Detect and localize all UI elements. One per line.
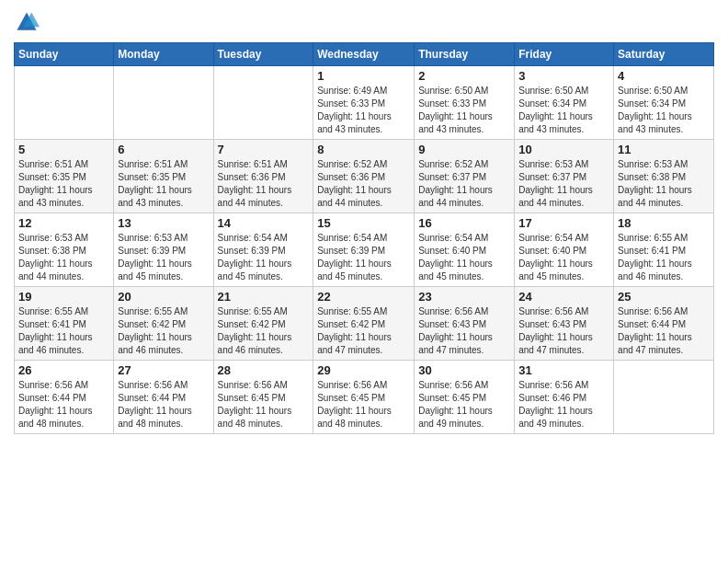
day-number: 29	[317, 363, 410, 377]
day-info: Sunrise: 6:53 AMSunset: 6:38 PMDaylight:…	[18, 232, 109, 283]
calendar-cell: 5Sunrise: 6:51 AMSunset: 6:35 PMDaylight…	[15, 140, 114, 213]
day-info: Sunrise: 6:54 AMSunset: 6:39 PMDaylight:…	[317, 232, 410, 283]
day-info: Sunrise: 6:55 AMSunset: 6:42 PMDaylight:…	[218, 305, 310, 357]
weekday-header-row: SundayMondayTuesdayWednesdayThursdayFrid…	[15, 43, 714, 66]
day-info: Sunrise: 6:51 AMSunset: 6:35 PMDaylight:…	[118, 158, 209, 210]
calendar-cell: 22Sunrise: 6:55 AMSunset: 6:42 PMDayligh…	[313, 287, 415, 361]
day-info: Sunrise: 6:56 AMSunset: 6:44 PMDaylight:…	[18, 379, 109, 431]
day-info: Sunrise: 6:53 AMSunset: 6:39 PMDaylight:…	[118, 232, 209, 283]
day-number: 23	[418, 290, 510, 304]
day-info: Sunrise: 6:55 AMSunset: 6:42 PMDaylight:…	[317, 305, 410, 357]
day-info: Sunrise: 6:56 AMSunset: 6:43 PMDaylight:…	[518, 305, 609, 357]
day-info: Sunrise: 6:56 AMSunset: 6:46 PMDaylight:…	[518, 379, 609, 431]
day-info: Sunrise: 6:52 AMSunset: 6:36 PMDaylight:…	[317, 158, 410, 210]
day-number: 31	[518, 363, 609, 377]
day-number: 14	[218, 216, 310, 230]
weekday-header-friday: Friday	[515, 43, 614, 66]
day-info: Sunrise: 6:55 AMSunset: 6:41 PMDaylight:…	[618, 232, 710, 283]
calendar-week-1: 1Sunrise: 6:49 AMSunset: 6:33 PMDaylight…	[15, 66, 714, 140]
day-number: 12	[18, 216, 109, 230]
calendar-cell: 15Sunrise: 6:54 AMSunset: 6:39 PMDayligh…	[313, 213, 415, 287]
calendar-cell: 7Sunrise: 6:51 AMSunset: 6:36 PMDaylight…	[213, 140, 313, 213]
calendar-cell	[114, 66, 213, 140]
calendar-cell: 11Sunrise: 6:53 AMSunset: 6:38 PMDayligh…	[614, 140, 714, 213]
calendar-cell: 14Sunrise: 6:54 AMSunset: 6:39 PMDayligh…	[213, 213, 313, 287]
day-info: Sunrise: 6:56 AMSunset: 6:44 PMDaylight:…	[618, 305, 710, 357]
day-info: Sunrise: 6:56 AMSunset: 6:44 PMDaylight:…	[118, 379, 209, 431]
day-info: Sunrise: 6:56 AMSunset: 6:43 PMDaylight:…	[418, 305, 510, 357]
calendar: SundayMondayTuesdayWednesdayThursdayFrid…	[14, 42, 714, 434]
day-info: Sunrise: 6:50 AMSunset: 6:34 PMDaylight:…	[618, 85, 710, 136]
calendar-cell: 20Sunrise: 6:55 AMSunset: 6:42 PMDayligh…	[114, 287, 213, 361]
day-info: Sunrise: 6:54 AMSunset: 6:40 PMDaylight:…	[418, 232, 510, 283]
calendar-cell: 8Sunrise: 6:52 AMSunset: 6:36 PMDaylight…	[313, 140, 415, 213]
day-number: 18	[618, 216, 710, 230]
calendar-cell: 3Sunrise: 6:50 AMSunset: 6:34 PMDaylight…	[515, 66, 614, 140]
calendar-week-2: 5Sunrise: 6:51 AMSunset: 6:35 PMDaylight…	[15, 140, 714, 213]
day-info: Sunrise: 6:56 AMSunset: 6:45 PMDaylight:…	[418, 379, 510, 431]
day-info: Sunrise: 6:51 AMSunset: 6:35 PMDaylight:…	[18, 158, 109, 210]
day-info: Sunrise: 6:56 AMSunset: 6:45 PMDaylight:…	[218, 379, 310, 431]
calendar-cell: 12Sunrise: 6:53 AMSunset: 6:38 PMDayligh…	[15, 213, 114, 287]
day-number: 10	[518, 143, 609, 156]
day-number: 8	[317, 143, 410, 156]
day-info: Sunrise: 6:55 AMSunset: 6:41 PMDaylight:…	[18, 305, 109, 357]
day-number: 28	[218, 363, 310, 377]
calendar-cell: 29Sunrise: 6:56 AMSunset: 6:45 PMDayligh…	[313, 361, 415, 434]
day-info: Sunrise: 6:53 AMSunset: 6:37 PMDaylight:…	[518, 158, 609, 210]
day-number: 9	[418, 143, 510, 156]
calendar-cell: 18Sunrise: 6:55 AMSunset: 6:41 PMDayligh…	[614, 213, 714, 287]
page: SundayMondayTuesdayWednesdayThursdayFrid…	[0, 0, 728, 563]
day-number: 16	[418, 216, 510, 230]
calendar-cell: 23Sunrise: 6:56 AMSunset: 6:43 PMDayligh…	[415, 287, 515, 361]
calendar-cell	[614, 361, 714, 434]
day-number: 30	[418, 363, 510, 377]
day-number: 2	[418, 69, 510, 83]
calendar-cell: 16Sunrise: 6:54 AMSunset: 6:40 PMDayligh…	[415, 213, 515, 287]
day-number: 17	[518, 216, 609, 230]
calendar-cell: 13Sunrise: 6:53 AMSunset: 6:39 PMDayligh…	[114, 213, 213, 287]
day-number: 26	[18, 363, 109, 377]
logo-icon	[14, 9, 40, 35]
day-number: 19	[18, 290, 109, 304]
day-info: Sunrise: 6:56 AMSunset: 6:45 PMDaylight:…	[317, 379, 410, 431]
day-info: Sunrise: 6:49 AMSunset: 6:33 PMDaylight:…	[317, 85, 410, 136]
day-number: 15	[317, 216, 410, 230]
weekday-header-sunday: Sunday	[15, 43, 114, 66]
calendar-cell: 27Sunrise: 6:56 AMSunset: 6:44 PMDayligh…	[114, 361, 213, 434]
day-number: 3	[518, 69, 609, 83]
day-number: 6	[118, 143, 209, 156]
header	[14, 9, 714, 35]
calendar-cell: 24Sunrise: 6:56 AMSunset: 6:43 PMDayligh…	[515, 287, 614, 361]
day-number: 24	[518, 290, 609, 304]
calendar-cell: 6Sunrise: 6:51 AMSunset: 6:35 PMDaylight…	[114, 140, 213, 213]
day-info: Sunrise: 6:50 AMSunset: 6:34 PMDaylight:…	[518, 85, 609, 136]
day-number: 20	[118, 290, 209, 304]
day-info: Sunrise: 6:51 AMSunset: 6:36 PMDaylight:…	[218, 158, 310, 210]
weekday-header-tuesday: Tuesday	[213, 43, 313, 66]
day-info: Sunrise: 6:54 AMSunset: 6:39 PMDaylight:…	[218, 232, 310, 283]
calendar-cell: 19Sunrise: 6:55 AMSunset: 6:41 PMDayligh…	[15, 287, 114, 361]
calendar-cell: 9Sunrise: 6:52 AMSunset: 6:37 PMDaylight…	[415, 140, 515, 213]
calendar-cell	[15, 66, 114, 140]
day-number: 22	[317, 290, 410, 304]
calendar-cell: 25Sunrise: 6:56 AMSunset: 6:44 PMDayligh…	[614, 287, 714, 361]
calendar-cell: 2Sunrise: 6:50 AMSunset: 6:33 PMDaylight…	[415, 66, 515, 140]
weekday-header-wednesday: Wednesday	[313, 43, 415, 66]
weekday-header-monday: Monday	[114, 43, 213, 66]
day-number: 25	[618, 290, 710, 304]
day-number: 7	[218, 143, 310, 156]
day-info: Sunrise: 6:53 AMSunset: 6:38 PMDaylight:…	[618, 158, 710, 210]
calendar-cell: 1Sunrise: 6:49 AMSunset: 6:33 PMDaylight…	[313, 66, 415, 140]
calendar-cell: 10Sunrise: 6:53 AMSunset: 6:37 PMDayligh…	[515, 140, 614, 213]
weekday-header-saturday: Saturday	[614, 43, 714, 66]
weekday-header-thursday: Thursday	[415, 43, 515, 66]
calendar-cell: 28Sunrise: 6:56 AMSunset: 6:45 PMDayligh…	[213, 361, 313, 434]
day-number: 1	[317, 69, 410, 83]
day-number: 13	[118, 216, 209, 230]
calendar-cell	[213, 66, 313, 140]
calendar-cell: 30Sunrise: 6:56 AMSunset: 6:45 PMDayligh…	[415, 361, 515, 434]
day-number: 11	[618, 143, 710, 156]
day-number: 21	[218, 290, 310, 304]
day-number: 5	[18, 143, 109, 156]
